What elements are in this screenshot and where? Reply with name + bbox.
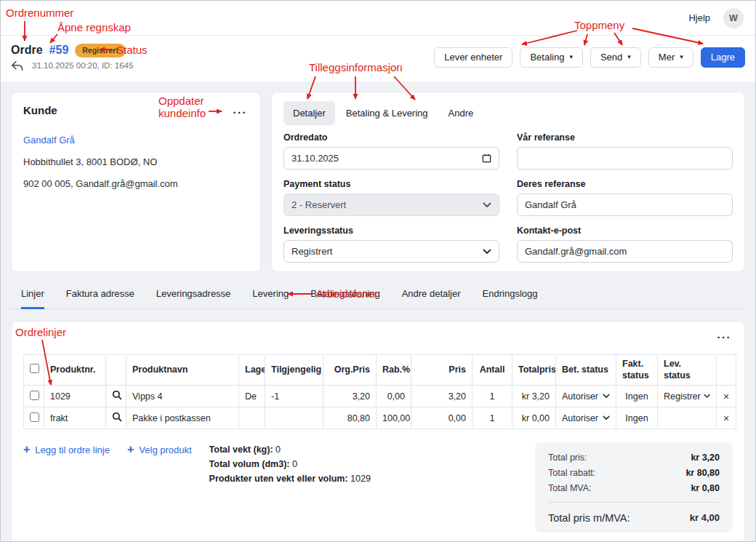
col-pris: Pris (411, 355, 472, 386)
customer-name-link[interactable]: Gandalf Grå (23, 135, 249, 146)
order-header: Ordre #59 Registrert 31.10.2025 00:20, I… (11, 44, 133, 71)
cell-lager (239, 407, 265, 429)
work-tabs: Linjer Faktura adresse Leveringsadresse … (11, 284, 745, 309)
volume-label: Total volum (dm3): (209, 459, 290, 469)
field-ordredato: Ordredato (284, 132, 499, 170)
customer-contact: 902 00 005, Gandalf.grå@gmail.com (23, 178, 249, 189)
choose-product-button[interactable]: +Velg produkt (127, 442, 192, 455)
lager-value: De (245, 391, 257, 402)
content-area: Kunde ··· Gandalf Grå Hobbithullet 3, 80… (1, 81, 755, 541)
more-dropdown-button[interactable]: Mer▾ (648, 47, 693, 68)
cell-antall[interactable]: 1 (472, 407, 512, 429)
leveringsstatus-value: Registrert (291, 246, 332, 257)
col-lager: Lager (239, 355, 265, 386)
field-kontakt-epost: Kontakt-e-post (517, 226, 733, 263)
total-price-value: kr 3,20 (691, 453, 720, 463)
tab-betalingslosning[interactable]: Betalingsløsning (310, 284, 379, 309)
ordredato-input[interactable] (291, 153, 482, 164)
kontakt-epost-input[interactable] (525, 246, 725, 257)
deres-referanse-label: Deres referanse (517, 179, 733, 189)
order-number-link[interactable]: #59 (49, 44, 69, 57)
vaar-referanse-input[interactable] (525, 153, 725, 164)
save-button[interactable]: Lagre (701, 47, 745, 68)
deliver-units-button[interactable]: Lever enheter (434, 47, 512, 68)
search-icon (112, 412, 122, 422)
toolbar-buttons: Lever enheter Betaling▾ Send▾ Mer▾ Lagre (434, 47, 745, 68)
col-antall: Antall (472, 355, 512, 386)
bet-status-select[interactable]: Autoriser (556, 407, 616, 429)
send-dropdown-button[interactable]: Send▾ (590, 47, 641, 68)
table-row: frakt Pakke i postkassen 80,80 100,00 0,… (24, 407, 736, 429)
search-icon (112, 390, 122, 400)
cell-produktnavn[interactable]: Pakke i postkassen (126, 407, 239, 429)
total-price-label: Total pris: (548, 453, 587, 463)
field-deres-referanse: Deres referanse (517, 179, 733, 216)
ordredato-label: Ordredato (284, 132, 499, 143)
calendar-icon[interactable] (482, 154, 491, 163)
page-title: Ordre (11, 44, 43, 57)
lev-status-select[interactable]: Registrer (658, 386, 717, 407)
cell-antall[interactable]: 1 (472, 386, 512, 407)
order-totals-box: Total pris:kr 3,20 Total rabatt:kr 80,80… (535, 442, 733, 533)
avatar[interactable]: W (723, 8, 744, 28)
cell-pris[interactable]: 3,20 (411, 386, 472, 407)
leveringsstatus-select[interactable]: Registrert (284, 240, 499, 263)
cell-tilgjengelig: -1 (265, 386, 323, 407)
chevron-down-icon (603, 394, 610, 399)
tab-levering[interactable]: Levering (252, 284, 289, 309)
cell-rab[interactable]: 0,00 (377, 386, 411, 407)
col-remove (717, 355, 736, 386)
row-checkbox[interactable] (30, 391, 39, 400)
deres-referanse-input[interactable] (525, 199, 725, 210)
payment-dropdown-button[interactable]: Betaling▾ (520, 47, 583, 68)
remove-line-button[interactable]: × (717, 407, 736, 429)
customer-menu-button[interactable]: ··· (232, 104, 249, 121)
tab-linjer[interactable]: Linjer (21, 284, 44, 309)
col-totalpris: Totalpris (512, 355, 556, 386)
col-rab: Rab.% (377, 355, 411, 386)
cell-produktnavn[interactable]: Vipps 4 (126, 386, 239, 407)
add-order-line-button[interactable]: +Legg til ordre linje (23, 442, 110, 455)
lager-select[interactable]: De (239, 386, 265, 407)
field-payment-status: Payment status 2 - Reservert (284, 179, 499, 216)
cell-produktnr[interactable]: frakt (44, 407, 106, 429)
lines-menu-button[interactable]: ··· (716, 329, 733, 346)
col-bet-status: Bet. status (556, 355, 616, 386)
help-link[interactable]: Hjelp (688, 12, 710, 23)
product-search-button[interactable] (106, 386, 126, 407)
tab-betaling-levering[interactable]: Betaling & Levering (337, 101, 438, 125)
tab-andre-detaljer[interactable]: Andre detaljer (402, 284, 461, 309)
tab-detaljer[interactable]: Detaljer (284, 101, 335, 125)
total-discount-value: kr 80,80 (685, 468, 720, 478)
row-checkbox[interactable] (30, 413, 39, 422)
tab-faktura-adresse[interactable]: Faktura adresse (66, 284, 134, 309)
back-button[interactable] (11, 60, 23, 71)
product-search-button[interactable] (106, 407, 126, 429)
cell-org-pris[interactable]: 3,20 (323, 386, 377, 407)
cell-pris[interactable]: 0,00 (411, 407, 472, 429)
save-label: Lagre (711, 52, 735, 63)
caret-down-icon: ▾ (569, 54, 573, 60)
chevron-down-icon (704, 394, 710, 399)
cell-fakt-status: Ingen (616, 386, 658, 407)
bet-status-value: Autoriser (562, 413, 598, 423)
chevron-down-icon (603, 415, 610, 421)
chevron-down-icon (483, 249, 491, 255)
cell-rab[interactable]: 100,00 (377, 407, 411, 429)
cell-produktnr[interactable]: 1029 (44, 386, 106, 407)
bet-status-select[interactable]: Autoriser (556, 386, 616, 407)
remove-line-button[interactable]: × (717, 386, 736, 407)
deliver-units-label: Lever enheter (444, 52, 502, 63)
tab-andre[interactable]: Andre (439, 101, 483, 125)
lev-status-value: Registrer (664, 391, 701, 402)
tab-endringslogg[interactable]: Endringslogg (483, 284, 538, 309)
volume-value: 0 (292, 459, 297, 469)
no-weight-products-label: Produkter uten vekt eller volum: (209, 474, 348, 484)
cell-org-pris[interactable]: 80,80 (323, 407, 377, 429)
payment-status-select[interactable]: 2 - Reservert (284, 194, 499, 216)
customer-card: Kunde ··· Gandalf Grå Hobbithullet 3, 80… (11, 92, 261, 272)
total-discount-label: Total rabatt: (548, 468, 595, 478)
weight-summary: Total vekt (kg): 0 Total volum (dm3): 0 … (209, 442, 371, 486)
select-all-checkbox[interactable] (30, 364, 39, 373)
tab-leveringsadresse[interactable]: Leveringsadresse (156, 284, 231, 309)
